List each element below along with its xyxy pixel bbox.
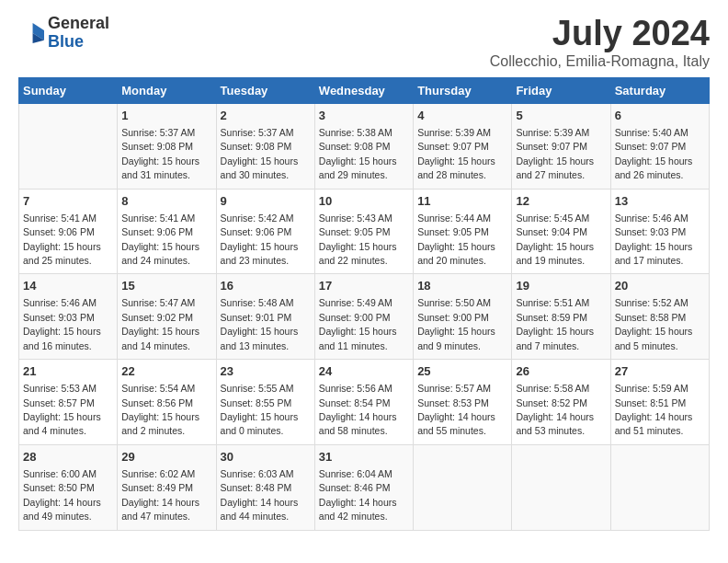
day-info: Sunrise: 6:00 AM Sunset: 8:50 PM Dayligh… <box>23 468 101 522</box>
day-cell: 20Sunrise: 5:52 AM Sunset: 8:58 PM Dayli… <box>610 274 709 360</box>
header-cell-thursday: Thursday <box>414 77 512 103</box>
day-number: 24 <box>319 363 409 380</box>
header-cell-friday: Friday <box>512 77 610 103</box>
day-number: 16 <box>221 278 311 294</box>
day-cell: 11Sunrise: 5:44 AM Sunset: 9:05 PM Dayli… <box>414 189 512 274</box>
day-info: Sunrise: 5:46 AM Sunset: 9:03 PM Dayligh… <box>23 297 101 350</box>
day-number: 30 <box>221 449 311 465</box>
day-cell: 17Sunrise: 5:49 AM Sunset: 9:00 PM Dayli… <box>314 274 413 360</box>
day-info: Sunrise: 5:37 AM Sunset: 9:08 PM Dayligh… <box>221 127 299 180</box>
header-cell-tuesday: Tuesday <box>216 77 314 103</box>
day-info: Sunrise: 5:39 AM Sunset: 9:07 PM Dayligh… <box>516 127 594 180</box>
day-cell: 14Sunrise: 5:46 AM Sunset: 9:03 PM Dayli… <box>19 274 118 360</box>
logo: General Blue <box>18 15 109 52</box>
day-cell: 13Sunrise: 5:46 AM Sunset: 9:03 PM Dayli… <box>610 189 709 274</box>
week-row-2: 7Sunrise: 5:41 AM Sunset: 9:06 PM Daylig… <box>19 189 710 274</box>
day-cell: 30Sunrise: 6:03 AM Sunset: 8:48 PM Dayli… <box>216 444 314 530</box>
day-number: 10 <box>319 193 409 210</box>
day-number: 22 <box>121 363 211 380</box>
day-cell: 31Sunrise: 6:04 AM Sunset: 8:46 PM Dayli… <box>314 444 413 530</box>
day-info: Sunrise: 5:39 AM Sunset: 9:07 PM Dayligh… <box>417 127 495 180</box>
day-info: Sunrise: 5:51 AM Sunset: 8:59 PM Dayligh… <box>516 297 594 350</box>
day-number: 12 <box>516 193 606 210</box>
day-cell: 23Sunrise: 5:55 AM Sunset: 8:55 PM Dayli… <box>216 360 314 445</box>
week-row-4: 21Sunrise: 5:53 AM Sunset: 8:57 PM Dayli… <box>19 360 710 445</box>
calendar-table: SundayMondayTuesdayWednesdayThursdayFrid… <box>18 77 710 531</box>
calendar-header: SundayMondayTuesdayWednesdayThursdayFrid… <box>19 77 710 103</box>
day-cell: 19Sunrise: 5:51 AM Sunset: 8:59 PM Dayli… <box>512 274 610 360</box>
day-cell: 18Sunrise: 5:50 AM Sunset: 9:00 PM Dayli… <box>414 274 512 360</box>
subtitle: Collecchio, Emilia-Romagna, Italy <box>490 53 710 70</box>
day-info: Sunrise: 5:48 AM Sunset: 9:01 PM Dayligh… <box>221 297 299 350</box>
day-info: Sunrise: 5:54 AM Sunset: 8:56 PM Dayligh… <box>121 383 199 436</box>
day-info: Sunrise: 5:59 AM Sunset: 8:51 PM Dayligh… <box>615 383 693 436</box>
day-cell: 8Sunrise: 5:41 AM Sunset: 9:06 PM Daylig… <box>118 189 216 274</box>
day-info: Sunrise: 5:56 AM Sunset: 8:54 PM Dayligh… <box>319 383 397 436</box>
day-info: Sunrise: 5:50 AM Sunset: 9:00 PM Dayligh… <box>417 297 495 350</box>
day-cell: 15Sunrise: 5:47 AM Sunset: 9:02 PM Dayli… <box>118 274 216 360</box>
title-block: July 2024 Collecchio, Emilia-Romagna, It… <box>490 15 710 70</box>
day-info: Sunrise: 5:53 AM Sunset: 8:57 PM Dayligh… <box>23 383 101 436</box>
day-number: 2 <box>221 108 311 124</box>
day-cell: 1Sunrise: 5:37 AM Sunset: 9:08 PM Daylig… <box>118 103 216 189</box>
day-number: 28 <box>23 449 113 465</box>
day-cell: 10Sunrise: 5:43 AM Sunset: 9:05 PM Dayli… <box>314 189 413 274</box>
day-info: Sunrise: 5:41 AM Sunset: 9:06 PM Dayligh… <box>121 213 199 266</box>
page-header: General Blue July 2024 Collecchio, Emili… <box>18 15 710 70</box>
day-info: Sunrise: 5:42 AM Sunset: 9:06 PM Dayligh… <box>221 213 299 266</box>
day-number: 6 <box>615 108 705 124</box>
day-cell <box>610 444 709 530</box>
day-cell: 28Sunrise: 6:00 AM Sunset: 8:50 PM Dayli… <box>19 444 118 530</box>
day-info: Sunrise: 5:46 AM Sunset: 9:03 PM Dayligh… <box>615 213 693 266</box>
day-cell: 7Sunrise: 5:41 AM Sunset: 9:06 PM Daylig… <box>19 189 118 274</box>
day-info: Sunrise: 5:40 AM Sunset: 9:07 PM Dayligh… <box>615 127 693 180</box>
logo-icon <box>18 20 44 46</box>
day-info: Sunrise: 5:45 AM Sunset: 9:04 PM Dayligh… <box>516 213 594 266</box>
day-info: Sunrise: 5:41 AM Sunset: 9:06 PM Dayligh… <box>23 213 101 266</box>
day-number: 4 <box>417 108 507 124</box>
day-cell: 24Sunrise: 5:56 AM Sunset: 8:54 PM Dayli… <box>314 360 413 445</box>
day-info: Sunrise: 6:03 AM Sunset: 8:48 PM Dayligh… <box>221 468 299 522</box>
day-cell <box>414 444 512 530</box>
header-row: SundayMondayTuesdayWednesdayThursdayFrid… <box>19 77 710 103</box>
day-number: 1 <box>121 108 211 124</box>
day-cell: 5Sunrise: 5:39 AM Sunset: 9:07 PM Daylig… <box>512 103 610 189</box>
day-number: 11 <box>417 193 507 210</box>
day-number: 13 <box>615 193 705 210</box>
day-number: 5 <box>516 108 606 124</box>
day-cell: 21Sunrise: 5:53 AM Sunset: 8:57 PM Dayli… <box>19 360 118 445</box>
week-row-3: 14Sunrise: 5:46 AM Sunset: 9:03 PM Dayli… <box>19 274 710 360</box>
day-number: 7 <box>23 193 113 210</box>
day-number: 27 <box>615 363 705 380</box>
day-info: Sunrise: 5:37 AM Sunset: 9:08 PM Dayligh… <box>121 127 199 180</box>
day-cell: 12Sunrise: 5:45 AM Sunset: 9:04 PM Dayli… <box>512 189 610 274</box>
day-info: Sunrise: 5:52 AM Sunset: 8:58 PM Dayligh… <box>615 297 693 350</box>
day-cell: 6Sunrise: 5:40 AM Sunset: 9:07 PM Daylig… <box>610 103 709 189</box>
day-number: 17 <box>319 278 409 294</box>
header-cell-monday: Monday <box>118 77 216 103</box>
day-cell: 25Sunrise: 5:57 AM Sunset: 8:53 PM Dayli… <box>414 360 512 445</box>
day-cell: 26Sunrise: 5:58 AM Sunset: 8:52 PM Dayli… <box>512 360 610 445</box>
main-title: July 2024 <box>490 15 710 53</box>
day-info: Sunrise: 6:02 AM Sunset: 8:49 PM Dayligh… <box>121 468 199 522</box>
day-number: 14 <box>23 278 113 294</box>
day-cell <box>512 444 610 530</box>
day-info: Sunrise: 5:44 AM Sunset: 9:05 PM Dayligh… <box>417 213 495 266</box>
day-cell: 16Sunrise: 5:48 AM Sunset: 9:01 PM Dayli… <box>216 274 314 360</box>
day-info: Sunrise: 5:57 AM Sunset: 8:53 PM Dayligh… <box>417 383 495 436</box>
day-info: Sunrise: 5:55 AM Sunset: 8:55 PM Dayligh… <box>221 383 299 436</box>
logo-blue: Blue <box>48 33 109 52</box>
day-cell: 3Sunrise: 5:38 AM Sunset: 9:08 PM Daylig… <box>314 103 413 189</box>
day-cell: 29Sunrise: 6:02 AM Sunset: 8:49 PM Dayli… <box>118 444 216 530</box>
day-number: 20 <box>615 278 705 294</box>
day-info: Sunrise: 6:04 AM Sunset: 8:46 PM Dayligh… <box>319 468 397 522</box>
header-cell-sunday: Sunday <box>19 77 118 103</box>
day-number: 3 <box>319 108 409 124</box>
day-info: Sunrise: 5:49 AM Sunset: 9:00 PM Dayligh… <box>319 297 397 350</box>
week-row-5: 28Sunrise: 6:00 AM Sunset: 8:50 PM Dayli… <box>19 444 710 530</box>
day-info: Sunrise: 5:58 AM Sunset: 8:52 PM Dayligh… <box>516 383 594 436</box>
day-info: Sunrise: 5:47 AM Sunset: 9:02 PM Dayligh… <box>121 297 199 350</box>
week-row-1: 1Sunrise: 5:37 AM Sunset: 9:08 PM Daylig… <box>19 103 710 189</box>
day-info: Sunrise: 5:38 AM Sunset: 9:08 PM Dayligh… <box>319 127 397 180</box>
calendar-body: 1Sunrise: 5:37 AM Sunset: 9:08 PM Daylig… <box>19 103 710 530</box>
